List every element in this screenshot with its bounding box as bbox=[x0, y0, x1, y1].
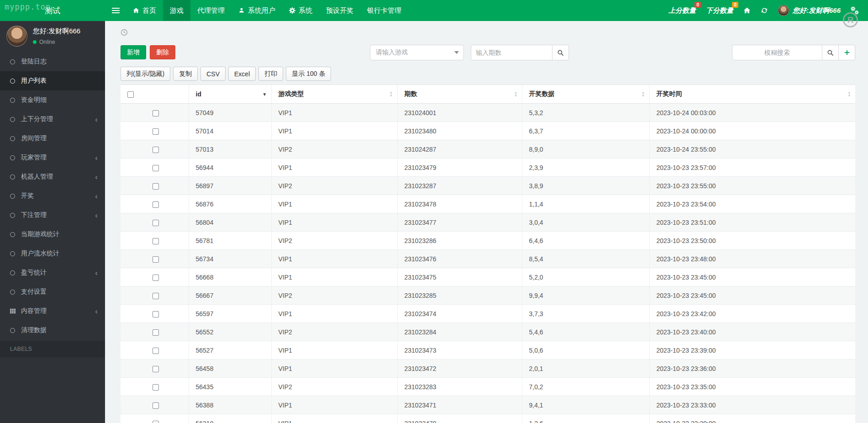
table-row: 56318VIP12310234701,2,62023-10-23 23:30:… bbox=[121, 414, 855, 423]
nav-item-system[interactable]: 系统 bbox=[282, 0, 319, 21]
cell-draw-time: 2023-10-23 23:40:00 bbox=[649, 323, 855, 341]
row-checkbox[interactable] bbox=[153, 201, 159, 208]
cell-issue: 231024287 bbox=[397, 140, 522, 159]
up-score-link[interactable]: 上分数量 0 bbox=[668, 6, 696, 15]
row-checkbox[interactable] bbox=[153, 128, 159, 135]
nav-item-label: 系统用户 bbox=[248, 6, 275, 15]
row-checkbox[interactable] bbox=[153, 311, 159, 317]
nav-item-label: 代理管理 bbox=[197, 6, 225, 15]
down-score-link[interactable]: 下分数量 0 bbox=[706, 6, 733, 15]
table-row: 56458VIP12310234722,0,12023-10-23 23:36:… bbox=[121, 360, 855, 378]
row-checkbox[interactable] bbox=[153, 238, 159, 244]
sidebar-item-current-game-stats[interactable]: 当期游戏统计 bbox=[0, 225, 105, 244]
sidebar-item-user-list[interactable]: 用户列表 bbox=[0, 71, 105, 90]
excel-button[interactable]: Excel bbox=[228, 67, 256, 81]
navbar-menu: 首页游戏代理管理 系统用户 系统预设开奖银行卡管理 bbox=[126, 0, 408, 21]
sidebar-item-bet-manage[interactable]: 下注管理‹ bbox=[0, 206, 105, 225]
down-score-badge: 0 bbox=[732, 2, 738, 8]
select-all-checkbox[interactable] bbox=[127, 91, 134, 98]
row-checkbox[interactable] bbox=[153, 183, 159, 190]
sidebar-item-label: 支付设置 bbox=[21, 288, 47, 296]
columns-toggle-button[interactable]: 列(显示/隐藏) bbox=[121, 67, 170, 81]
column-header-issue[interactable]: 期数▲▼ bbox=[397, 85, 522, 104]
sidebar-item-user-flow-stats[interactable]: 用户流水统计 bbox=[0, 244, 105, 263]
delete-button[interactable]: 删除 bbox=[150, 45, 175, 59]
sidebar-item-payment-settings[interactable]: 支付设置 bbox=[0, 282, 105, 301]
sidebar-item-robot-manage[interactable]: 机器人管理‹ bbox=[0, 167, 105, 186]
fuzzy-search-button[interactable] bbox=[822, 45, 839, 60]
cell-draw-time: 2023-10-24 00:03:00 bbox=[649, 104, 855, 122]
issue-search-button[interactable] bbox=[552, 45, 569, 60]
fuzzy-search-input[interactable] bbox=[732, 45, 822, 60]
add-button[interactable]: 新增 bbox=[121, 45, 146, 59]
nav-item-preset-draw[interactable]: 预设开奖 bbox=[319, 0, 360, 21]
print-button[interactable]: 打印 bbox=[258, 67, 283, 81]
sidebar-item-fund-detail[interactable]: 资金明细 bbox=[0, 90, 105, 110]
cell-draw-data: 3,0,4 bbox=[522, 213, 649, 232]
row-checkbox[interactable] bbox=[153, 165, 159, 171]
brand-title[interactable]: 测试 bbox=[0, 0, 105, 21]
home-icon bbox=[133, 7, 139, 14]
sidebar-profile: 您好:发财啊666 Online bbox=[0, 21, 105, 51]
column-header-draw-data[interactable]: 开奖数据▲▼ bbox=[522, 85, 649, 104]
fuzzy-search-group bbox=[732, 45, 855, 60]
clock-icon[interactable] bbox=[121, 29, 128, 36]
nav-item-bank-card-manage[interactable]: 银行卡管理 bbox=[360, 0, 408, 21]
issue-input[interactable] bbox=[471, 45, 552, 60]
cell-game-type: VIP1 bbox=[271, 122, 397, 140]
row-checkbox[interactable] bbox=[153, 220, 159, 226]
sidebar-item-clean-data[interactable]: 清理数据 bbox=[0, 321, 105, 340]
row-checkbox[interactable] bbox=[153, 366, 159, 372]
settings-icon-button[interactable] bbox=[851, 6, 859, 15]
row-checkbox[interactable] bbox=[153, 110, 159, 116]
sidebar-item-player-manage[interactable]: 玩家管理‹ bbox=[0, 148, 105, 167]
row-checkbox[interactable] bbox=[153, 402, 159, 409]
sidebar-item-draw[interactable]: 开奖‹ bbox=[0, 186, 105, 206]
profile-avatar bbox=[6, 26, 27, 47]
online-status-label: Online bbox=[39, 39, 55, 45]
row-checkbox[interactable] bbox=[153, 329, 159, 336]
row-checkbox[interactable] bbox=[153, 384, 159, 391]
user-menu[interactable]: 您好:发财啊666 bbox=[778, 5, 841, 16]
row-checkbox[interactable] bbox=[153, 256, 159, 263]
add-search-button[interactable] bbox=[839, 45, 855, 60]
circle-icon bbox=[10, 251, 21, 256]
row-checkbox[interactable] bbox=[153, 275, 159, 281]
home-icon-button[interactable] bbox=[743, 7, 751, 14]
circle-icon bbox=[10, 79, 21, 84]
show-100-button[interactable]: 显示 100 条 bbox=[286, 67, 331, 81]
sidebar-item-room-manage[interactable]: 房间管理 bbox=[0, 129, 105, 148]
user-avatar bbox=[778, 5, 789, 16]
csv-button[interactable]: CSV bbox=[200, 67, 226, 81]
cell-id: 56597 bbox=[189, 305, 271, 323]
sidebar-item-login-log[interactable]: 登陆日志 bbox=[0, 52, 105, 71]
refresh-icon bbox=[761, 7, 768, 14]
nav-item-home[interactable]: 首页 bbox=[126, 0, 163, 21]
copy-button[interactable]: 复制 bbox=[173, 67, 198, 81]
sidebar-item-profit-loss-stats[interactable]: 盈亏统计‹ bbox=[0, 263, 105, 282]
game-select[interactable]: 请输入游戏 bbox=[370, 45, 464, 60]
sidebar-item-updown-score-manage[interactable]: 上下分管理‹ bbox=[0, 110, 105, 129]
cell-select bbox=[121, 159, 189, 177]
circle-outline bbox=[10, 174, 15, 180]
refresh-icon-button[interactable] bbox=[761, 7, 768, 14]
cell-draw-data: 2,0,1 bbox=[522, 360, 649, 378]
row-checkbox[interactable] bbox=[153, 348, 159, 354]
nav-item-agent-manage[interactable]: 代理管理 bbox=[190, 0, 231, 21]
row-checkbox[interactable] bbox=[153, 421, 159, 423]
cell-draw-time: 2023-10-23 23:45:00 bbox=[649, 268, 855, 286]
row-checkbox[interactable] bbox=[153, 147, 159, 153]
navbar-right: 上分数量 0 下分数量 0 bbox=[668, 0, 868, 21]
column-header-draw-time[interactable]: 开奖时间▲▼ bbox=[649, 85, 855, 104]
row-checkbox[interactable] bbox=[153, 293, 159, 299]
nav-item-game[interactable]: 游戏 bbox=[163, 0, 190, 21]
cell-draw-time: 2023-10-23 23:57:00 bbox=[649, 159, 855, 177]
sidebar-item-content-manage[interactable]: 内容管理‹ bbox=[0, 301, 105, 321]
column-header-game-type[interactable]: 游戏类型▲▼ bbox=[271, 85, 397, 104]
sidebar-toggle-button[interactable] bbox=[105, 0, 126, 21]
cell-draw-data: 6,3,7 bbox=[522, 122, 649, 140]
profile-info: 您好:发财啊666 Online bbox=[33, 27, 80, 45]
online-dot-icon bbox=[33, 40, 37, 44]
nav-item-system-user[interactable]: 系统用户 bbox=[231, 0, 282, 21]
column-header-id[interactable]: id▼ bbox=[189, 85, 271, 104]
